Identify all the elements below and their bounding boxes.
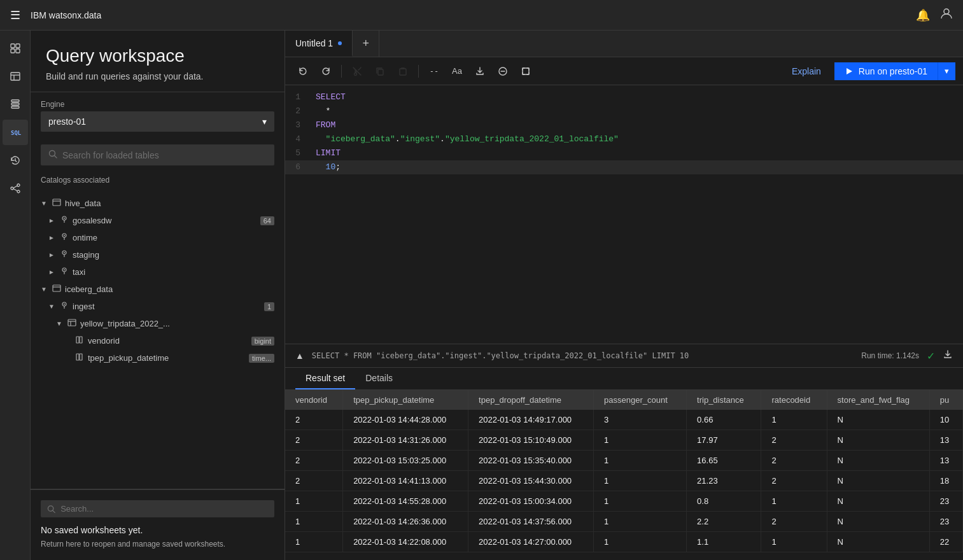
tree-arrow-icon: ▼	[48, 303, 56, 310]
col-tpep-dropoff[interactable]: tpep_dropoff_datetime	[468, 390, 594, 410]
tree-item-staging[interactable]: ► staging	[31, 246, 285, 263]
add-tab-button[interactable]: +	[353, 31, 379, 57]
code-editor[interactable]: 1 SELECT 2 * 3 FROM 4 "iceberg_data"."in…	[285, 85, 963, 344]
tab-label: Untitled 1	[295, 38, 333, 48]
table-cell: 2	[761, 430, 827, 451]
download-icon[interactable]	[943, 349, 953, 362]
col-trip-distance[interactable]: trip_distance	[687, 390, 761, 410]
code-line-3: 3 FROM	[285, 118, 963, 132]
engine-select[interactable]: presto-01 ▾	[41, 111, 274, 132]
table-row: 12022-01-03 14:55:28.0002022-01-03 15:00…	[285, 491, 963, 512]
paste-button[interactable]	[393, 61, 413, 81]
saved-search-box[interactable]	[41, 500, 274, 517]
tree-item-vendorid[interactable]: ► vendorid bigint	[31, 332, 285, 349]
col-tpep-pickup[interactable]: tpep_pickup_datetime	[343, 390, 468, 410]
cut-button[interactable]	[347, 61, 367, 81]
page-subtitle: Build and run queries against your data.	[46, 71, 269, 81]
user-icon[interactable]	[940, 7, 953, 23]
sidebar-item-home[interactable]	[3, 36, 28, 61]
toolbar-divider-2	[418, 65, 419, 78]
sidebar-item-history[interactable]	[3, 148, 28, 173]
table-row: 22022-01-03 14:31:26.0002022-01-03 15:10…	[285, 430, 963, 451]
tree-arrow-icon: ►	[48, 217, 56, 224]
tree-item-ingest[interactable]: ▼ ingest 1	[31, 298, 285, 315]
table-cell: 2022-01-03 14:49:17.000	[468, 410, 594, 430]
tree-item-yellow-tripdata[interactable]: ▼ yellow_tripdata_2022_...	[31, 315, 285, 332]
col-pu[interactable]: pu	[929, 390, 962, 410]
line-content: 10;	[311, 160, 963, 174]
undo-button[interactable]	[293, 61, 313, 81]
topnav: ☰ IBM watsonx.data 🔔	[0, 0, 963, 31]
results-table: vendorid tpep_pickup_datetime tpep_dropo…	[285, 390, 963, 560]
comment-button[interactable]: --	[424, 61, 444, 81]
search-input[interactable]	[62, 150, 267, 160]
svg-rect-2	[16, 44, 20, 48]
clear-button[interactable]	[493, 61, 513, 81]
explain-button[interactable]: Explain	[781, 62, 832, 81]
tree-item-gosalesdw[interactable]: ► gosalesdw 64	[31, 212, 285, 229]
font-button[interactable]: Aa	[447, 61, 467, 81]
sidebar-item-tables[interactable]	[3, 64, 28, 89]
copy-button[interactable]	[370, 61, 390, 81]
table-cell: 2	[285, 471, 343, 491]
svg-line-18	[13, 189, 17, 192]
tree-item-label: iceberg_data	[65, 284, 274, 294]
tree-arrow-icon: ►	[48, 251, 56, 258]
saved-worksheets-title: No saved worksheets yet.	[41, 525, 274, 535]
code-line-1: 1 SELECT	[285, 90, 963, 104]
col-ratecodeid[interactable]: ratecodeid	[761, 390, 827, 410]
content-area: Query workspace Build and run queries ag…	[31, 31, 963, 560]
main-layout: SQL Query workspace Build and run querie…	[0, 31, 963, 560]
table-cell: 2022-01-03 15:00:34.000	[468, 491, 594, 512]
tree-item-label: staging	[73, 250, 274, 260]
table-cell: 2022-01-03 15:10:49.000	[468, 430, 594, 451]
tree-item-ontime[interactable]: ► ontime	[31, 229, 285, 246]
export-button[interactable]	[470, 61, 490, 81]
line-content: "iceberg_data"."ingest"."yellow_tripdata…	[311, 132, 963, 146]
svg-rect-21	[53, 199, 60, 206]
tree-item-label: yellow_tripdata_2022_...	[80, 319, 274, 328]
sidebar-item-connectors[interactable]	[3, 176, 28, 201]
svg-rect-8	[11, 100, 19, 102]
run-arrow-icon: ▾	[945, 66, 949, 76]
redo-button[interactable]	[316, 61, 336, 81]
tab-modified-indicator	[338, 41, 342, 45]
col-vendorid[interactable]: vendorid	[285, 390, 343, 410]
sidebar-item-catalog[interactable]	[3, 92, 28, 117]
run-dropdown-button[interactable]: ▾	[938, 62, 955, 80]
saved-search-input[interactable]	[60, 504, 268, 514]
svg-point-27	[64, 235, 65, 236]
menu-icon[interactable]: ☰	[10, 8, 20, 22]
sidebar-item-sql[interactable]: SQL	[3, 120, 28, 145]
col-store-fwd-flag[interactable]: store_and_fwd_flag	[827, 390, 929, 410]
svg-rect-4	[16, 49, 20, 53]
right-area: Untitled 1 +	[285, 31, 963, 560]
tree-item-tpep-pickup[interactable]: ► tpep_pickup_datetime time...	[31, 349, 285, 367]
tree-arrow-icon: ▼	[56, 320, 64, 327]
tree-item-hive-data[interactable]: ▼ hive_data	[31, 195, 285, 212]
table-cell: N	[827, 491, 929, 512]
fullscreen-button[interactable]	[516, 61, 536, 81]
collapse-button[interactable]: ▲	[295, 351, 304, 361]
table-cell: 13	[929, 430, 962, 451]
col-passenger-count[interactable]: passenger_count	[594, 390, 687, 410]
tab-untitled1[interactable]: Untitled 1	[285, 31, 353, 57]
tree-item-taxi[interactable]: ► taxi	[31, 263, 285, 281]
code-line-4: 4 "iceberg_data"."ingest"."yellow_tripda…	[285, 132, 963, 146]
table-cell: 1	[594, 430, 687, 451]
tab-details[interactable]: Details	[355, 368, 403, 389]
svg-rect-43	[76, 337, 79, 343]
page-header: Query workspace Build and run queries ag…	[31, 31, 285, 92]
tree-item-iceberg-data[interactable]: ▼ iceberg_data	[31, 281, 285, 298]
run-button[interactable]: Run on presto-01	[834, 62, 938, 80]
comment-icon: --	[430, 67, 439, 76]
svg-rect-54	[523, 68, 529, 74]
table-cell: N	[827, 471, 929, 491]
tab-result-set[interactable]: Result set	[295, 368, 355, 389]
table-cell: 0.66	[687, 410, 761, 430]
notification-icon[interactable]: 🔔	[916, 8, 930, 22]
engine-label: Engine	[41, 100, 274, 109]
tree-arrow-icon: ▼	[41, 286, 48, 293]
svg-line-20	[55, 156, 57, 158]
search-icon	[48, 150, 57, 160]
